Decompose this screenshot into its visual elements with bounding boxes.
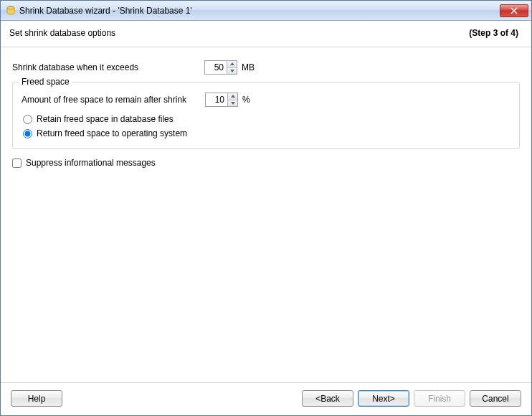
radio-return-row[interactable]: Return freed space to operating system [22,128,510,138]
titlebar: Shrink Database wizard - 'Shrink Databas… [1,1,531,21]
close-button[interactable] [500,4,528,17]
wizard-header: Set shrink database options (Step 3 of 4… [1,21,531,47]
freed-space-group: Freed space Amount of free space to rema… [12,82,520,149]
back-button[interactable]: <Back [302,390,353,407]
threshold-spin-down[interactable] [227,68,237,75]
freespace-spin-up[interactable] [228,93,237,100]
threshold-spin-buttons [227,61,237,74]
suppress-row[interactable]: Suppress informational messages [12,158,520,168]
radio-retain-row[interactable]: Retain freed space in database files [22,114,510,124]
freespace-unit: % [242,95,250,105]
help-button[interactable]: Help [11,390,62,407]
radio-retain-label: Retain freed space in database files [37,114,174,124]
freespace-label: Amount of free space to remain after shr… [22,95,205,105]
threshold-spin-up[interactable] [227,61,237,68]
next-button[interactable]: Next> [358,390,409,407]
suppress-checkbox[interactable] [12,159,22,168]
threshold-label: Shrink database when it exceeds [12,62,204,72]
threshold-spinner [204,60,237,75]
wizard-window: Shrink Database wizard - 'Shrink Databas… [0,0,532,416]
freespace-input[interactable] [206,93,227,106]
radio-return-label: Return freed space to operating system [37,128,187,138]
freespace-spinner [205,93,238,107]
freespace-spin-down[interactable] [228,100,237,107]
step-indicator: (Step 3 of 4) [469,28,518,38]
chevron-up-icon [230,62,234,65]
finish-button: Finish [414,390,465,407]
threshold-row: Shrink database when it exceeds MB [12,60,520,75]
close-icon [510,7,518,14]
database-icon [5,5,16,16]
freespace-row: Amount of free space to remain after shr… [22,93,510,107]
threshold-unit: MB [242,62,255,72]
chevron-down-icon [231,102,235,105]
group-title: Freed space [19,77,72,87]
threshold-input[interactable] [205,61,227,74]
wizard-footer: Help <Back Next> Finish Cancel [1,382,531,415]
wizard-body: Shrink database when it exceeds MB Freed… [1,47,531,382]
freespace-spin-buttons [227,93,237,106]
suppress-label: Suppress informational messages [26,158,156,168]
cancel-button[interactable]: Cancel [470,390,521,407]
window-title: Shrink Database wizard - 'Shrink Databas… [19,6,500,16]
page-title: Set shrink database options [9,28,115,38]
radio-return[interactable] [23,129,32,138]
chevron-down-icon [230,70,234,72]
radio-retain[interactable] [23,115,32,124]
chevron-up-icon [231,95,235,98]
